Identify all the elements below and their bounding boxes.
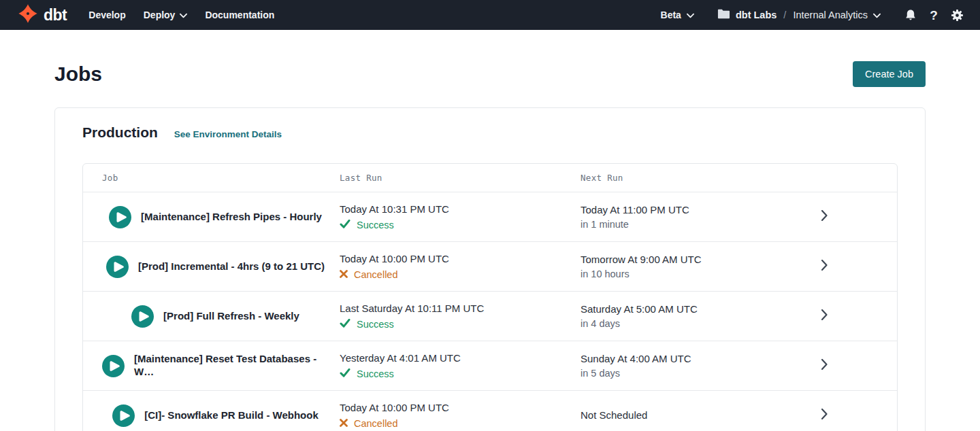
check-icon [340, 368, 350, 380]
run-job-play-button[interactable] [102, 355, 125, 377]
nav-link-develop[interactable]: Develop [88, 10, 125, 20]
status-label: Success [357, 220, 394, 230]
run-job-play-button[interactable] [106, 256, 129, 278]
next-run-relative: in 5 days [581, 368, 751, 379]
chevron-down-icon [180, 10, 187, 20]
nav-links: Develop Deploy Documentation [88, 10, 274, 20]
last-run-time: Yesterday At 4:01 AM UTC [340, 351, 581, 365]
environment-name: Production [82, 124, 158, 141]
chevron-right-icon[interactable] [821, 359, 828, 373]
beta-label: Beta [661, 10, 681, 20]
table-row[interactable]: [Prod] Full Refresh - Weekly Last Saturd… [83, 291, 897, 341]
next-run-time: Today At 11:00 PM UTC [581, 203, 751, 217]
check-icon [340, 219, 350, 231]
next-run-relative: in 4 days [581, 318, 751, 330]
environment-card: Production See Environment Details Job L… [54, 107, 926, 431]
chevron-right-icon[interactable] [821, 210, 828, 224]
next-run-relative: in 10 hours [581, 269, 751, 280]
nav-link-documentation[interactable]: Documentation [205, 10, 274, 20]
jobs-table: Job Last Run Next Run [Maintenance] Refr… [82, 163, 898, 431]
top-navbar: dbt Develop Deploy Documentation Beta db… [0, 0, 980, 30]
help-icon[interactable]: ? [926, 7, 942, 23]
chevron-right-icon[interactable] [821, 309, 828, 323]
job-name: [Maintenance] Refresh Pipes - Hourly [141, 211, 322, 224]
dbt-logo-icon [18, 3, 38, 27]
nav-link-label: Develop [88, 10, 125, 20]
last-run-time: Today At 10:00 PM UTC [340, 252, 581, 266]
navbar-icon-buttons: ? [902, 7, 965, 23]
table-row[interactable]: [CI]- Snowflake PR Build - Webhook Today… [83, 390, 897, 431]
job-name: [CI]- Snowflake PR Build - Webhook [144, 409, 318, 422]
last-run-status: Cancelled [340, 417, 581, 430]
last-run-status: Success [340, 368, 581, 380]
status-label: Success [357, 319, 394, 330]
nav-link-label: Documentation [205, 10, 274, 20]
last-run-status: Cancelled [340, 269, 581, 281]
project-name: Internal Analytics [793, 10, 868, 20]
page-header: Jobs Create Job [54, 61, 926, 87]
x-icon [340, 269, 348, 281]
folder-icon [717, 9, 730, 21]
beta-selector[interactable]: Beta [661, 10, 694, 20]
status-label: Cancelled [354, 418, 398, 429]
chevron-right-icon[interactable] [821, 409, 828, 422]
page-title: Jobs [54, 63, 102, 86]
column-header-next-run: Next Run [581, 173, 751, 183]
last-run-time: Last Saturday At 10:11 PM UTC [340, 302, 581, 315]
next-run-time: Sunday At 4:00 AM UTC [581, 352, 751, 366]
table-row[interactable]: [Maintenance] Refresh Pipes - Hourly Tod… [83, 192, 897, 241]
check-icon [340, 318, 350, 330]
dbt-logo[interactable]: dbt [18, 3, 67, 27]
job-name: [Prod] Full Refresh - Weekly [163, 310, 299, 323]
nav-link-deploy[interactable]: Deploy [144, 10, 188, 20]
job-name: [Maintenance] Reset Test Databases - W… [134, 353, 329, 379]
gear-icon[interactable] [949, 7, 965, 23]
see-environment-details-link[interactable]: See Environment Details [174, 129, 282, 139]
job-name: [Prod] Incremental - 4hrs (9 to 21 UTC) [138, 260, 325, 273]
next-run-time: Not Scheduled [581, 409, 751, 422]
chevron-down-icon [873, 10, 881, 20]
run-job-play-button[interactable] [112, 404, 135, 427]
next-run-time: Tomorrow At 9:00 AM UTC [581, 253, 751, 266]
next-run-relative: in 1 minute [581, 219, 751, 230]
last-run-status: Success [340, 219, 581, 231]
path-separator: / [783, 10, 786, 20]
x-icon [340, 417, 348, 430]
chevron-right-icon[interactable] [821, 260, 828, 273]
navbar-right: Beta dbt Labs / Internal Analytics [661, 7, 965, 23]
bell-icon[interactable] [902, 7, 919, 23]
run-job-play-button[interactable] [131, 305, 154, 328]
column-header-last-run: Last Run [340, 173, 581, 183]
last-run-time: Today At 10:31 PM UTC [340, 203, 581, 216]
environment-header: Production See Environment Details [82, 124, 898, 141]
status-label: Success [357, 368, 394, 379]
create-job-button[interactable]: Create Job [853, 61, 926, 87]
dbt-wordmark: dbt [44, 7, 67, 23]
table-header-row: Job Last Run Next Run [83, 164, 897, 192]
column-header-job: Job [83, 173, 340, 183]
account-project-selector[interactable]: dbt Labs / Internal Analytics [717, 9, 881, 21]
last-run-status: Success [340, 318, 581, 330]
run-job-play-button[interactable] [109, 206, 131, 228]
table-row[interactable]: [Prod] Incremental - 4hrs (9 to 21 UTC) … [83, 241, 897, 291]
question-mark: ? [930, 9, 938, 22]
last-run-time: Today At 10:00 PM UTC [340, 401, 581, 415]
chevron-down-icon [687, 10, 694, 20]
main-content: Jobs Create Job Production See Environme… [0, 61, 980, 431]
next-run-time: Saturday At 5:00 AM UTC [581, 303, 751, 316]
nav-link-label: Deploy [144, 10, 176, 20]
account-name: dbt Labs [736, 10, 777, 20]
status-label: Cancelled [354, 269, 398, 280]
table-row[interactable]: [Maintenance] Reset Test Databases - W… … [83, 341, 897, 390]
